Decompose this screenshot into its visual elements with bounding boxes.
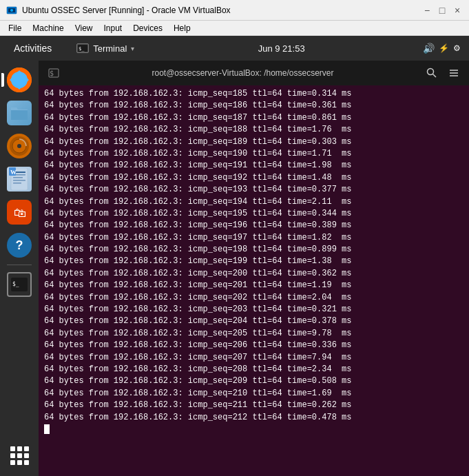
activities-button[interactable]: Activities [8, 40, 57, 56]
ping-line: 64 bytes from 192.168.162.3: icmp_seq=19… [44, 232, 463, 244]
terminal-dock-icon: $_ [7, 272, 32, 297]
ping-line: 64 bytes from 192.168.162.3: icmp_seq=18… [44, 112, 463, 124]
ping-line: 64 bytes from 192.168.162.3: icmp_seq=19… [44, 208, 463, 220]
window-controls: − □ × [421, 4, 463, 17]
apps-grid-icon [10, 446, 29, 465]
gnome-topbar: Activities $_ Terminal ▾ Jun 9 21:53 🔊 ⚡… [0, 36, 469, 61]
vbox-title: Ubuntu OSSEC Server [Running] - Oracle V… [22, 6, 421, 15]
dock-item-appstore[interactable]: 🛍 [4, 197, 34, 227]
ping-line: 64 bytes from 192.168.162.3: icmp_seq=19… [44, 256, 463, 267]
ping-line: 64 bytes from 192.168.162.3: icmp_seq=20… [44, 328, 463, 340]
rhythmbox-icon [7, 134, 32, 158]
terminal-window: $ root@ossecserver-VirtualBox: /home/oss… [39, 61, 469, 476]
ping-line: 64 bytes from 192.168.162.3: icmp_seq=18… [44, 136, 463, 148]
terminal-prompt-line [44, 424, 463, 435]
terminal-taskbar-label: Terminal [93, 43, 127, 54]
ping-line: 64 bytes from 192.168.162.3: icmp_seq=20… [44, 340, 463, 351]
appstore-icon: 🛍 [7, 200, 32, 225]
svg-text:🛍: 🛍 [14, 206, 26, 220]
ping-line: 64 bytes from 192.168.162.3: icmp_seq=18… [44, 88, 463, 100]
show-apps-button[interactable] [4, 440, 34, 470]
menu-devices[interactable]: Devices [127, 22, 168, 34]
ubuntu-dock: W 🛍 ? $_ [0, 61, 39, 476]
dock-item-rhythmbox[interactable] [4, 131, 34, 161]
dock-item-writer[interactable]: W [4, 164, 34, 194]
gnome-systray: 🔊 ⚡ ⚙ [423, 43, 461, 54]
files-icon [7, 101, 32, 125]
ping-line: 64 bytes from 192.168.162.3: icmp_seq=19… [44, 220, 463, 231]
svg-rect-14 [13, 180, 25, 181]
firefox-icon [7, 68, 32, 92]
ping-line: 64 bytes from 192.168.162.3: icmp_seq=20… [44, 268, 463, 280]
network-icon: 🔊 [423, 43, 435, 54]
terminal-title: root@ossecserver-VirtualBox: /home/ossec… [66, 68, 419, 78]
ping-line: 64 bytes from 192.168.162.3: icmp_seq=21… [44, 388, 463, 400]
svg-text:$: $ [50, 70, 54, 77]
help-icon: ? [7, 233, 32, 258]
svg-point-6 [11, 72, 28, 88]
menu-file[interactable]: File [3, 22, 27, 34]
svg-rect-15 [13, 183, 21, 184]
dock-item-help[interactable]: ? [4, 230, 34, 260]
ping-line: 64 bytes from 192.168.162.3: icmp_seq=19… [44, 148, 463, 160]
svg-text:$_: $_ [79, 46, 85, 52]
terminal-cursor [44, 424, 50, 434]
ping-line: 64 bytes from 192.168.162.3: icmp_seq=18… [44, 100, 463, 112]
ping-line: 64 bytes from 192.168.162.3: icmp_seq=19… [44, 160, 463, 172]
ping-line: 64 bytes from 192.168.162.3: icmp_seq=19… [44, 172, 463, 184]
writer-icon: W [7, 167, 32, 192]
terminal-tabbar: $ root@ossecserver-VirtualBox: /home/oss… [39, 61, 469, 85]
terminal-indicator[interactable]: $_ Terminal ▾ [71, 42, 140, 55]
terminal-taskbar-icon: $_ [76, 43, 89, 53]
dock-item-terminal[interactable]: $_ [4, 269, 34, 300]
vbox-icon [6, 4, 18, 17]
svg-text:$_: $_ [12, 281, 19, 287]
svg-line-25 [433, 74, 437, 78]
menu-machine[interactable]: Machine [27, 22, 69, 34]
svg-point-24 [428, 69, 434, 75]
svg-point-2 [10, 9, 13, 12]
ping-line: 64 bytes from 192.168.162.3: icmp_seq=21… [44, 412, 463, 424]
close-button[interactable]: × [451, 4, 463, 17]
minimize-button[interactable]: − [421, 4, 433, 17]
ping-line: 64 bytes from 192.168.162.3: icmp_seq=20… [44, 280, 463, 291]
ping-line: 64 bytes from 192.168.162.3: icmp_seq=21… [44, 400, 463, 411]
dock-item-firefox[interactable] [4, 65, 34, 95]
ping-line: 64 bytes from 192.168.162.3: icmp_seq=20… [44, 304, 463, 315]
gnome-clock[interactable]: Jun 9 21:53 [140, 43, 423, 54]
dock-separator [7, 265, 32, 265]
svg-rect-13 [13, 177, 23, 178]
terminal-search-button[interactable] [422, 63, 441, 83]
svg-point-5 [7, 68, 32, 92]
svg-text:W: W [10, 169, 17, 176]
menu-input[interactable]: Input [98, 22, 128, 34]
ping-line: 64 bytes from 192.168.162.3: icmp_seq=20… [44, 364, 463, 375]
terminal-new-tab-icon[interactable]: $ [44, 63, 63, 83]
menu-help[interactable]: Help [168, 22, 196, 34]
main-content: W 🛍 ? $_ [0, 61, 469, 476]
ping-line: 64 bytes from 192.168.162.3: icmp_seq=20… [44, 352, 463, 364]
ping-line: 64 bytes from 192.168.162.3: icmp_seq=20… [44, 375, 463, 387]
vbox-menubar: File Machine View Input Devices Help [0, 21, 469, 36]
dock-item-files[interactable] [4, 98, 34, 128]
terminal-content[interactable]: 64 bytes from 192.168.162.3: icmp_seq=18… [39, 85, 469, 476]
terminal-dropdown-icon: ▾ [131, 45, 134, 52]
terminal-menu-button[interactable] [444, 63, 463, 83]
svg-point-9 [17, 144, 21, 148]
ping-line: 64 bytes from 192.168.162.3: icmp_seq=18… [44, 124, 463, 136]
settings-icon: ⚙ [453, 43, 461, 53]
ping-line: 64 bytes from 192.168.162.3: icmp_seq=19… [44, 196, 463, 208]
maximize-button[interactable]: □ [436, 4, 448, 17]
ping-line: 64 bytes from 192.168.162.3: icmp_seq=20… [44, 292, 463, 304]
battery-icon: ⚡ [439, 43, 449, 53]
ping-line: 64 bytes from 192.168.162.3: icmp_seq=19… [44, 244, 463, 256]
ping-line: 64 bytes from 192.168.162.3: icmp_seq=19… [44, 184, 463, 196]
ping-line: 64 bytes from 192.168.162.3: icmp_seq=20… [44, 315, 463, 327]
menu-view[interactable]: View [70, 22, 98, 34]
vbox-titlebar: Ubuntu OSSEC Server [Running] - Oracle V… [0, 0, 469, 21]
